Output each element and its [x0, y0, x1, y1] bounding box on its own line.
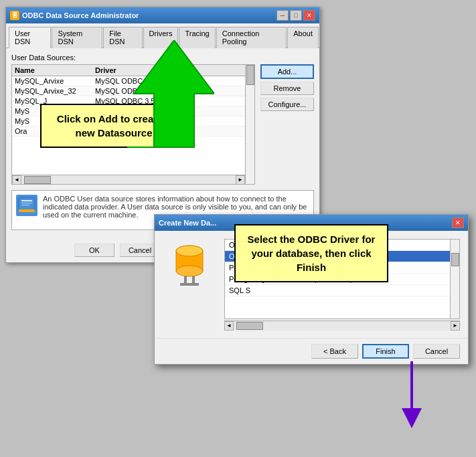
driver-scrollbar[interactable]: [450, 240, 459, 318]
side-buttons: Add... Remove Configure...: [260, 64, 314, 185]
minimize-button[interactable]: ─: [276, 10, 289, 21]
tab-user-dsn[interactable]: User DSN: [9, 27, 51, 48]
svg-rect-1: [21, 200, 32, 201]
row-name: MySQL_Arvixe_32: [15, 87, 95, 95]
scroll-right-button[interactable]: ►: [236, 175, 245, 185]
svg-rect-4: [19, 209, 35, 212]
dialog-cancel-button[interactable]: Cancel: [413, 344, 460, 359]
header-name: Name: [15, 66, 95, 74]
driver-scroll-track[interactable]: [234, 321, 451, 331]
tab-connection-pooling[interactable]: Connection Pooling: [216, 27, 287, 48]
create-title-controls: ✕: [452, 217, 464, 228]
scroll-left-button[interactable]: ◄: [12, 175, 21, 185]
scroll-track[interactable]: [21, 175, 236, 185]
driver-h-scrollbar[interactable]: ◄ ►: [224, 321, 460, 330]
title-bar-left: 🗄 ODBC Data Source Administrator: [10, 11, 139, 20]
maximize-button[interactable]: □: [290, 10, 302, 21]
purple-arrow: [398, 361, 425, 428]
driver-name: SQL S: [229, 286, 250, 294]
ok-button[interactable]: OK: [74, 244, 114, 257]
configure-button[interactable]: Configure...: [260, 98, 314, 111]
driver-scroll-left[interactable]: ◄: [224, 321, 234, 331]
close-button[interactable]: ✕: [303, 10, 315, 21]
scrollbar-thumb[interactable]: [246, 65, 254, 85]
db-icon-area: [163, 239, 216, 330]
svg-rect-3: [21, 205, 29, 205]
callout-box-2: Select the ODBC Driver for your database…: [234, 224, 388, 282]
vertical-scrollbar[interactable]: [245, 65, 254, 184]
back-button[interactable]: < Back: [311, 344, 358, 359]
main-window-title: ODBC Data Source Administrator: [22, 11, 139, 19]
svg-marker-5: [127, 40, 214, 147]
svg-point-8: [176, 266, 203, 276]
create-dialog-title: Create New Da...: [159, 219, 216, 227]
svg-rect-0: [19, 197, 35, 211]
main-title-bar: 🗄 ODBC Data Source Administrator ─ □ ✕: [6, 7, 319, 23]
finish-button[interactable]: Finish: [362, 344, 409, 359]
app-icon: 🗄: [10, 11, 19, 20]
create-bottom-buttons: < Back Finish Cancel: [155, 338, 468, 364]
driver-scroll-thumb[interactable]: [236, 322, 263, 330]
horizontal-scrollbar[interactable]: ◄ ►: [12, 175, 245, 184]
remove-button[interactable]: Remove: [260, 82, 314, 95]
info-icon: [16, 195, 37, 216]
title-bar-controls: ─ □ ✕: [276, 10, 315, 21]
svg-marker-14: [402, 408, 422, 428]
driver-row[interactable]: SQL S 6: [225, 285, 459, 296]
tab-system-dsn[interactable]: System DSN: [52, 27, 102, 48]
svg-rect-2: [21, 203, 32, 203]
svg-point-9: [176, 246, 203, 256]
row-name: MySQL_Arvixe: [15, 77, 95, 85]
database-icon: [169, 239, 210, 286]
driver-scrollbar-thumb[interactable]: [451, 253, 459, 266]
svg-rect-12: [180, 283, 199, 286]
tab-about[interactable]: About: [287, 27, 319, 48]
driver-scroll-right[interactable]: ►: [451, 321, 460, 331]
add-button[interactable]: Add...: [260, 64, 314, 79]
create-title-left: Create New Da...: [159, 219, 216, 227]
create-close-button[interactable]: ✕: [452, 217, 464, 228]
callout-2-text: Select the ODBC Driver for your database…: [248, 234, 376, 273]
green-arrow: [107, 40, 214, 161]
scroll-thumb[interactable]: [24, 176, 51, 184]
